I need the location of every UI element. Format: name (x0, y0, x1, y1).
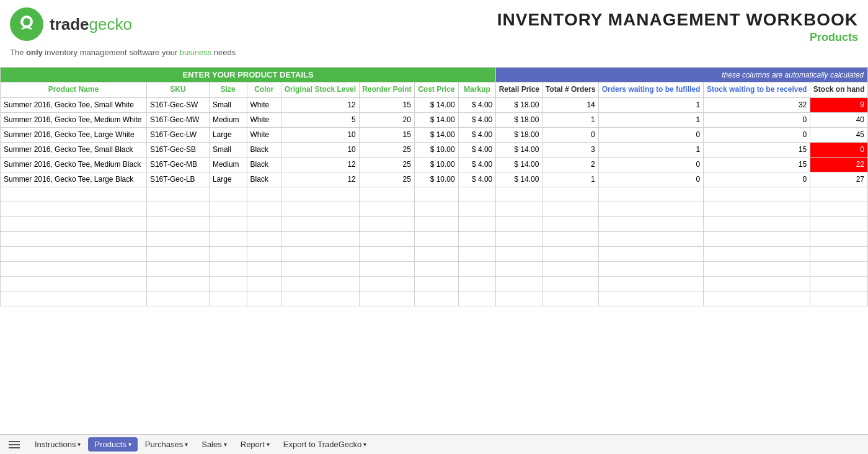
logo-area: tradegecko (10, 7, 132, 41)
spreadsheet-area: ENTER YOUR PRODUCT DETAILS these columns… (0, 57, 868, 306)
section-green-label: ENTER YOUR PRODUCT DETAILS (1, 68, 496, 82)
table-row[interactable]: Summer 2016, Gecko Tee, Large WhiteS16T-… (1, 127, 868, 142)
subtitle: Products (497, 31, 858, 44)
section-header-row: ENTER YOUR PRODUCT DETAILS these columns… (1, 68, 868, 82)
col-orders-waiting: Orders waiting to be fufilled (598, 82, 703, 98)
empty-row (1, 276, 868, 291)
empty-row (1, 246, 868, 261)
svg-point-2 (23, 18, 30, 25)
col-stock-on-hand: Stock on hand (810, 82, 868, 98)
column-header-row: Product Name SKU Size Color Original Sto… (1, 82, 868, 98)
col-retail-price: Retail Price (496, 82, 542, 98)
svg-point-3 (22, 19, 24, 21)
table-row[interactable]: Summer 2016, Gecko Tee, Large BlackS16T-… (1, 172, 868, 187)
empty-row (1, 216, 868, 231)
col-sku: SKU (146, 82, 209, 98)
col-stock-waiting: Stock waiting to be received (704, 82, 810, 98)
col-original-stock: Original Stock Level (281, 82, 360, 98)
logo-text: tradegecko (50, 15, 132, 34)
section-blue-label: these columns are automatically calculat… (496, 68, 868, 82)
col-cost-price: Cost Price (414, 82, 458, 98)
empty-row (1, 231, 868, 246)
col-color: Color (247, 82, 281, 98)
col-markup: Markup (458, 82, 496, 98)
empty-row (1, 187, 868, 202)
table-body: Summer 2016, Gecko Tee, Small WhiteS16T-… (1, 97, 868, 306)
empty-row (1, 261, 868, 276)
title-area: INVENTORY MANAGEMENT WORKBOOK Products (497, 7, 858, 44)
table-row[interactable]: Summer 2016, Gecko Tee, Small WhiteS16T-… (1, 97, 868, 112)
empty-row (1, 202, 868, 216)
tagline: The only inventory management software y… (0, 44, 868, 57)
col-product-name: Product Name (1, 82, 147, 98)
logo-icon (10, 7, 43, 41)
product-table: ENTER YOUR PRODUCT DETAILS these columns… (0, 67, 868, 306)
main-title: INVENTORY MANAGEMENT WORKBOOK (497, 10, 858, 30)
table-row[interactable]: Summer 2016, Gecko Tee, Small BlackS16T-… (1, 142, 868, 157)
header: tradegecko INVENTORY MANAGEMENT WORKBOOK… (0, 0, 868, 44)
col-reorder-point: Reorder Point (359, 82, 414, 98)
empty-row (1, 291, 868, 306)
table-row[interactable]: Summer 2016, Gecko Tee, Medium WhiteS16T… (1, 112, 868, 127)
col-size: Size (209, 82, 247, 98)
col-total-orders: Total # Orders (542, 82, 598, 98)
table-row[interactable]: Summer 2016, Gecko Tee, Medium BlackS16T… (1, 157, 868, 172)
